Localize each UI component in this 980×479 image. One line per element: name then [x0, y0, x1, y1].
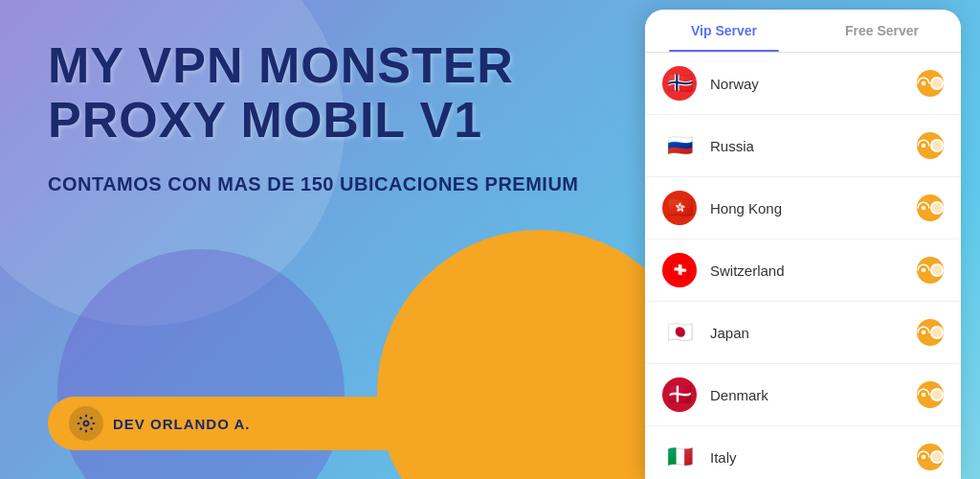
server-item[interactable]: 🇯🇵 Japan	[645, 302, 961, 364]
connect-button[interactable]	[917, 381, 944, 408]
server-name: Denmark	[710, 387, 903, 403]
connect-button[interactable]	[917, 319, 944, 346]
signal-icon	[917, 450, 930, 464]
flag-icon: 🇩🇰	[662, 377, 697, 412]
server-name: Norway	[710, 76, 903, 92]
title-line2: PROXY MOBIL V1	[48, 92, 482, 148]
connect-button[interactable]	[917, 194, 944, 221]
app-title: MY VPN MONSTER PROXY MOBIL V1	[48, 38, 607, 148]
connect-button[interactable]	[917, 257, 944, 284]
server-item[interactable]: 🇩🇰 Denmark	[645, 364, 961, 426]
connect-button[interactable]	[917, 70, 944, 97]
left-panel: MY VPN MONSTER PROXY MOBIL V1 CONTAMOS C…	[0, 0, 645, 479]
signal-icon	[917, 201, 930, 215]
server-item[interactable]: 🇭🇰 Hong Kong	[645, 177, 961, 240]
svg-point-1	[922, 81, 926, 86]
server-item[interactable]: 🇮🇹 Italy	[645, 426, 961, 479]
flag-icon: 🇨🇭	[662, 253, 697, 287]
signal-icon	[917, 139, 930, 152]
svg-point-3	[922, 206, 926, 211]
connect-button[interactable]	[917, 132, 944, 159]
flag-icon: 🇭🇰	[662, 191, 697, 225]
dev-badge: DEV ORLANDO A.	[48, 397, 607, 450]
dev-badge-icon	[69, 406, 103, 441]
svg-point-6	[922, 393, 926, 398]
server-name: Japan	[710, 325, 903, 341]
signal-icon	[917, 263, 930, 277]
dev-badge-text: DEV ORLANDO A.	[113, 416, 250, 432]
tabs-container: Vip Server Free Server	[645, 10, 961, 53]
svg-point-5	[922, 331, 926, 335]
gear-icon	[77, 414, 96, 433]
tab-free[interactable]: Free Server	[803, 10, 961, 52]
signal-icon	[917, 388, 930, 401]
connect-button[interactable]	[917, 444, 944, 470]
server-name: Italy	[710, 449, 903, 466]
flag-icon: 🇳🇴	[662, 66, 697, 101]
flag-icon: 🇯🇵	[662, 315, 697, 350]
svg-point-4	[922, 268, 926, 273]
signal-icon	[917, 77, 930, 90]
server-item[interactable]: 🇨🇭 Switzerland	[645, 240, 961, 302]
server-item[interactable]: 🇳🇴 Norway	[645, 53, 961, 115]
title-line1: MY VPN MONSTER	[48, 37, 514, 93]
svg-point-2	[922, 144, 926, 148]
server-name: Russia	[710, 138, 903, 154]
content-area: MY VPN MONSTER PROXY MOBIL V1 CONTAMOS C…	[0, 0, 980, 479]
tab-vip[interactable]: Vip Server	[645, 10, 803, 52]
signal-icon	[917, 326, 930, 339]
svg-point-7	[922, 455, 926, 460]
server-item[interactable]: 🇷🇺 Russia	[645, 115, 961, 177]
right-panel: Vip Server Free Server 🇳🇴 Norway 🇷	[645, 10, 961, 479]
flag-icon: 🇷🇺	[662, 128, 697, 163]
svg-point-0	[84, 422, 89, 426]
server-name: Switzerland	[710, 262, 903, 279]
server-name: Hong Kong	[710, 200, 903, 217]
server-list: 🇳🇴 Norway 🇷🇺 Russia	[645, 53, 961, 479]
flag-icon: 🇮🇹	[662, 440, 697, 474]
app-subtitle: CONTAMOS CON MAS DE 150 UBICACIONES PREM…	[48, 171, 607, 197]
